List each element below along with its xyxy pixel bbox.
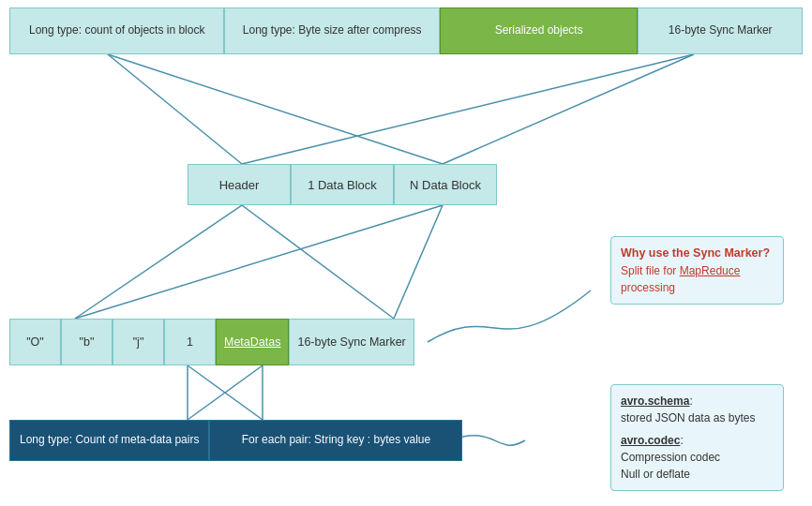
middle-bar: Header 1 Data Block N Data Block — [188, 164, 497, 205]
bot-cell-sync16: 16-byte Sync Marker — [289, 319, 414, 365]
callout-avro-codec-kw: avro.codec — [621, 434, 680, 447]
meta-cell-pairs-label: For each pair: String key : bytes value — [242, 433, 430, 448]
top-cell-count-label: Long type: count of objects in block — [29, 23, 204, 38]
meta-cell-pairs: For each pair: String key : bytes value — [209, 420, 462, 461]
mid-cell-header: Header — [188, 164, 291, 205]
callout-sync-body-text: Split file for — [621, 264, 680, 277]
top-cell-bytesize: Long type: Byte size after compress — [224, 7, 439, 54]
callout-sync-body2: processing — [621, 281, 675, 294]
meta-cell-count: Long type: Count of meta-data pairs — [9, 420, 209, 461]
callout-sync-marker: Why use the Sync Marker? Split file for … — [610, 236, 784, 305]
top-cell-sync: 16-byte Sync Marker — [638, 7, 803, 54]
mid-cell-datan-label: N Data Block — [410, 178, 481, 192]
bot-cell-metadatas: MetaDatas — [216, 319, 289, 365]
svg-line-2 — [108, 54, 443, 164]
top-cell-serialized-label: Serialized objects — [495, 23, 583, 38]
svg-line-0 — [108, 54, 242, 164]
callout-sync-link[interactable]: MapReduce — [680, 264, 741, 277]
top-cell-bytesize-label: Long type: Byte size after compress — [243, 23, 422, 38]
mid-cell-datan: N Data Block — [394, 164, 497, 205]
bot-cell-metadatas-label: MetaDatas — [224, 335, 280, 349]
svg-line-3 — [242, 54, 694, 164]
bot-cell-j: "j" — [113, 319, 164, 365]
callout-avro: avro.schema:stored JSON data as bytes av… — [610, 384, 784, 491]
bot-cell-sync16-label: 16-byte Sync Marker — [297, 335, 405, 349]
callout-avro-schema: avro.schema:stored JSON data as bytes — [621, 393, 774, 426]
callout-sync-body: Split file for MapReduce processing — [621, 262, 774, 296]
bot-cell-j-label: "j" — [133, 335, 144, 349]
callout-avro-schema-kw: avro.schema — [621, 394, 689, 408]
meta-bar: Long type: Count of meta-data pairs For … — [9, 420, 462, 461]
svg-line-4 — [75, 205, 242, 319]
svg-line-10 — [188, 365, 263, 420]
callout-sync-title: Why use the Sync Marker? — [621, 245, 774, 262]
svg-line-5 — [394, 205, 443, 319]
top-cell-serialized: Serialized objects — [440, 7, 639, 54]
bot-cell-o: "O" — [9, 319, 61, 365]
bot-cell-1-label: 1 — [187, 335, 193, 349]
mid-cell-data1: 1 Data Block — [291, 164, 394, 205]
svg-line-7 — [75, 205, 443, 319]
bot-cell-b-label: "b" — [80, 335, 95, 349]
svg-line-9 — [188, 365, 263, 420]
bot-cell-b: "b" — [61, 319, 113, 365]
mid-cell-header-label: Header — [219, 178, 260, 192]
bottom-bar: "O" "b" "j" 1 MetaDatas 16-byte Sync Mar… — [9, 319, 414, 365]
meta-cell-count-label: Long type: Count of meta-data pairs — [20, 433, 199, 448]
svg-line-1 — [443, 54, 694, 164]
svg-line-6 — [242, 205, 394, 319]
mid-cell-data1-label: 1 Data Block — [308, 178, 377, 192]
top-bar: Long type: count of objects in block Lon… — [9, 7, 803, 54]
callout-avro-codec: avro.codec:Compression codecNull or defl… — [621, 432, 774, 483]
top-cell-sync-label: 16-byte Sync Marker — [669, 23, 773, 38]
diagram-container: Long type: count of objects in block Lon… — [0, 0, 812, 506]
bot-cell-1: 1 — [164, 319, 216, 365]
bot-cell-o-label: "O" — [26, 335, 44, 349]
top-cell-count: Long type: count of objects in block — [9, 7, 224, 54]
